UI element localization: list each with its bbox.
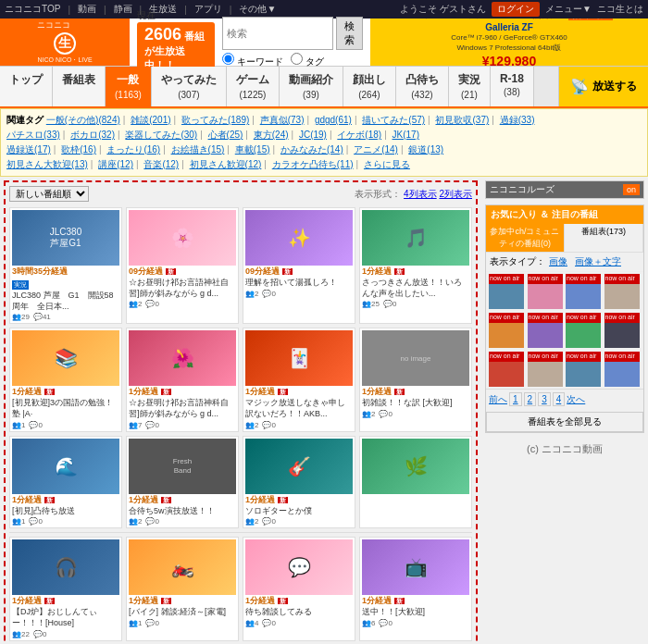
rp-next[interactable]: 次へ [567, 393, 585, 406]
tag-zattan[interactable]: 雑談(201) [131, 115, 170, 125]
noa-item[interactable]: now on air [528, 313, 563, 348]
program-item[interactable]: 🌿 [359, 436, 472, 529]
tag-kako[interactable]: 過録(33) [500, 115, 535, 125]
view-2col[interactable]: 2列表示 [439, 189, 472, 199]
prog-time: 1分経過 新 [245, 386, 353, 398]
tab-general[interactable]: 一般(1163) [106, 67, 152, 106]
tag-jc[interactable]: JC(19) [299, 130, 327, 140]
tag-utattemita[interactable]: 歌ってみた(189) [181, 115, 249, 125]
tag-gindou[interactable]: 銀道(13) [408, 144, 443, 155]
noa-item[interactable]: now on air [604, 274, 640, 309]
tag-shoken-kanrei[interactable]: 初見さん歓迎(12) [190, 159, 262, 169]
sort-select[interactable]: 新しい番組順 古い番組順 人気順 [9, 186, 89, 202]
tag-ikebo[interactable]: イケボ(18) [337, 130, 381, 140]
fav-tab-schedule[interactable]: 番組表(173) [565, 224, 643, 252]
program-item[interactable]: 📺 1分経過 新 送中！！[大歓迎] 👥6💬0 [359, 537, 472, 640]
about-link[interactable]: ニコ生とは [597, 3, 643, 16]
tag-mattari[interactable]: まったり(16) [106, 144, 160, 155]
program-item[interactable]: no image 1分経過 新 初雑談！！な訳 [大歓迎] 👥2💬0 [359, 328, 472, 431]
tag-anime[interactable]: アニメ(14) [354, 144, 398, 155]
view-4col[interactable]: 4列表示 [404, 189, 437, 199]
logo-circle: 生 [54, 32, 76, 55]
tab-movie-intro[interactable]: 動画紹介(39) [280, 67, 343, 106]
noa-item[interactable]: now on air [604, 313, 640, 348]
tab-jikkyo[interactable]: 実況(21) [449, 67, 491, 106]
tab-top[interactable]: トップ [0, 67, 53, 106]
rp-3[interactable]: 3 [538, 392, 551, 406]
program-item[interactable]: 🌺 1分経過 新 ☆お昼明け祁お言語神科自習]師が斜みながら g d... 👥7… [126, 328, 239, 431]
noa-item[interactable]: now on air [528, 274, 563, 309]
tag-kakoroku[interactable]: 過録送(17) [6, 144, 51, 155]
nav-niconico-top[interactable]: ニコニコTOP [5, 3, 60, 16]
tag-gakki[interactable]: 楽器してみた(30) [125, 130, 197, 140]
tag-vocaloid[interactable]: ボカロ(32) [70, 130, 115, 140]
nav-illust[interactable]: 静画 [114, 3, 132, 16]
tag-shinsha[interactable]: 心者(25) [208, 130, 243, 140]
tag-touhou[interactable]: 東方(24) [254, 130, 289, 140]
fav-tab-community[interactable]: 参加中ch/コミュニティの番組(0) [486, 224, 565, 252]
program-item[interactable]: 🏍️ 1分経過 新 [バイク] 雑談:経済～[家電] 👥1💬0 [126, 537, 239, 640]
nav-other[interactable]: その他▼ [239, 3, 276, 16]
program-item[interactable]: 🎧 1分経過 新 【DJ炉】おじしんてぃー！！！[House] 👥22💬0 [9, 537, 122, 640]
tag-shokeikan[interactable]: 初見さん大歓迎(13) [6, 159, 88, 169]
keyword-option[interactable]: キーワード [222, 53, 283, 68]
program-thumbnail: 📚 [12, 330, 119, 386]
tab-game[interactable]: ゲーム(1225) [227, 67, 280, 106]
noa-item[interactable]: now on air [489, 352, 524, 387]
login-button[interactable]: ログイン [492, 2, 540, 17]
fav-type-text[interactable]: 画像＋文字 [575, 255, 621, 268]
rp-2[interactable]: 2 [524, 392, 537, 406]
search-button[interactable]: 検索 [336, 17, 363, 50]
noa-item[interactable]: now on air [566, 313, 601, 348]
tag-ongaku[interactable]: 音楽(12) [143, 159, 179, 169]
program-item[interactable]: JLC380芦屋G1 3時間35分経過 実況 JLC380 芦屋 G1 開設58… [9, 207, 122, 324]
program-item[interactable]: 📚 1分経過 新 [初見歓迎]3の国語の勉強！ 塾 |A· 👥1💬0 [9, 328, 122, 431]
tab-totsumachi[interactable]: 凸待ち(432) [396, 67, 449, 106]
noa-item[interactable]: now on air [604, 352, 640, 387]
noa-item[interactable]: now on air [566, 274, 601, 309]
tag-kaittemita[interactable]: 描いてみた(57) [362, 115, 425, 125]
tag-karaoke[interactable]: カラオケ凸待ち(11) [272, 159, 354, 169]
program-item[interactable]: 🃏 1分経過 新 マジック放送しなきゃ申し訳ないだろ！！AKB... 👥2💬0 [243, 328, 355, 431]
program-item[interactable]: FreshBand 1分経過 新 合待ち5w演技放送！！ 👥2💬0 [126, 436, 239, 529]
program-item[interactable]: 🎵 1分経過 新 さっつきさん放送！！いろんな声を出したい... 👥25💬0 [359, 207, 472, 324]
tag-more[interactable]: さらに見る [364, 159, 410, 169]
tag-option[interactable]: タグ [291, 53, 324, 68]
tag-pachislot[interactable]: パチスロ(33) [6, 130, 60, 140]
view-all-button[interactable]: 番組表を全部見る [486, 412, 643, 432]
prog-stats: 👥2💬0 [362, 410, 469, 418]
noa-item[interactable]: now on air [566, 352, 601, 387]
noa-item[interactable]: now on air [489, 274, 524, 309]
tag-kaminami[interactable]: かみなみた(14) [280, 144, 343, 155]
tab-tryed[interactable]: やってみた(307) [152, 67, 227, 106]
tab-face[interactable]: 顔出し(264) [343, 67, 396, 106]
fav-type-image[interactable]: 画像 [549, 255, 567, 268]
tag-gdgd[interactable]: gdgd(61) [315, 115, 352, 125]
search-input[interactable] [222, 17, 333, 50]
program-item[interactable]: 🌸 09分経過 新 ☆お昼明け祁お言語神社自習]師が斜みながら g d... 👥… [126, 207, 239, 324]
noa-item[interactable]: now on air [528, 352, 563, 387]
rp-prev[interactable]: 前へ [489, 393, 507, 406]
tag-hatsumi[interactable]: 初見歌収(37) [435, 115, 489, 125]
tab-r18[interactable]: R-18(38) [491, 67, 534, 106]
tag-okaki[interactable]: お絵描き(15) [171, 144, 225, 155]
rp-4[interactable]: 4 [553, 392, 566, 406]
noa-item[interactable]: now on air [489, 313, 524, 348]
tag-kouza[interactable]: 講座(12) [98, 159, 133, 169]
tag-general-other[interactable]: 一般(その他)(824) [46, 115, 120, 125]
rp-1[interactable]: 1 [509, 392, 522, 406]
program-item[interactable]: 💬 1分経過 新 待ち雑談してみる 👥4💬0 [243, 537, 355, 640]
broadcast-button[interactable]: 📡 放送する [558, 67, 648, 106]
tab-schedule[interactable]: 番組表 [53, 67, 106, 106]
menu-button[interactable]: メニュー▼ [545, 3, 592, 16]
nav-movie[interactable]: 動画 [78, 3, 96, 16]
tag-utawaku[interactable]: 歌枠(16) [61, 144, 96, 155]
program-item[interactable]: ✨ 09分経過 新 理解を招いて湯孤しろ！ 👥2💬0 [243, 207, 355, 324]
program-item[interactable]: 🎸 1分経過 新 ソロギターとか僕 👥2💬0 [243, 436, 355, 529]
tag-shasai[interactable]: 車載(15) [235, 144, 270, 155]
advertisement[interactable]: メモリ24GB標準モデル・CPU無料ナノ お買い得!! Galleria ZF … [370, 19, 648, 66]
now-on-air-label: now on air [489, 352, 524, 362]
tag-koe[interactable]: 声真似(73) [260, 115, 305, 125]
program-item[interactable]: 🌊 1分経過 新 [初見]凸待ち放送 👥1💬0 [9, 436, 122, 529]
tag-jk[interactable]: JK(17) [393, 130, 419, 140]
